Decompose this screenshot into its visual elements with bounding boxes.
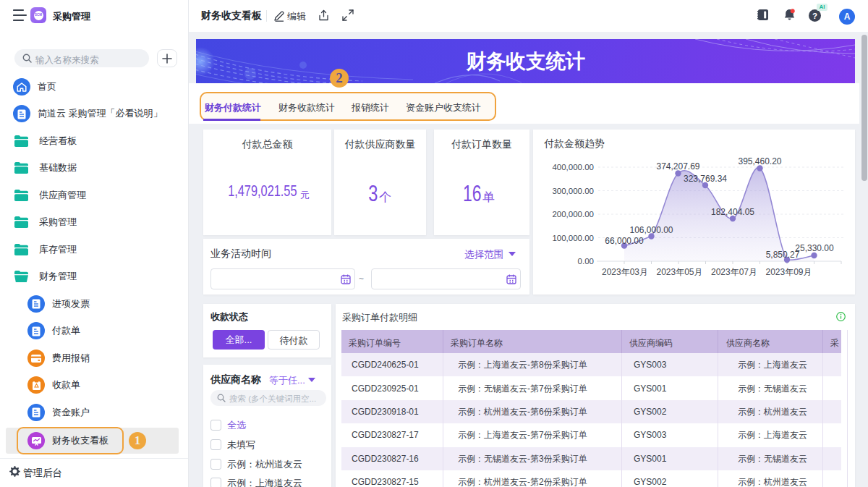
svg-text:400,000.00: 400,000.00 [552,163,594,171]
svg-text:106,000.00: 106,000.00 [629,225,673,235]
svg-text:66,000.00: 66,000.00 [605,236,644,246]
svg-text:374,207.69: 374,207.69 [656,161,699,171]
svg-text:100,000.00: 100,000.00 [552,234,594,242]
svg-text:2023年09月: 2023年09月 [765,267,812,277]
svg-text:395,460.20: 395,460.20 [738,156,781,166]
svg-text:2023年05月: 2023年05月 [656,267,702,277]
svg-text:300,000.00: 300,000.00 [552,187,594,195]
svg-text:323,769.34: 323,769.34 [684,174,727,184]
svg-text:?: ? [812,12,817,20]
svg-text:财务收支统计: 财务收支统计 [466,50,586,72]
svg-text:2023年03月: 2023年03月 [602,267,648,277]
svg-text:2023年07月: 2023年07月 [711,267,757,277]
svg-text:182,404.05: 182,404.05 [711,207,754,217]
svg-text:25,330.00: 25,330.00 [795,243,834,253]
svg-text:200,000.00: 200,000.00 [552,210,594,219]
svg-text:0.00: 0.00 [578,257,594,266]
